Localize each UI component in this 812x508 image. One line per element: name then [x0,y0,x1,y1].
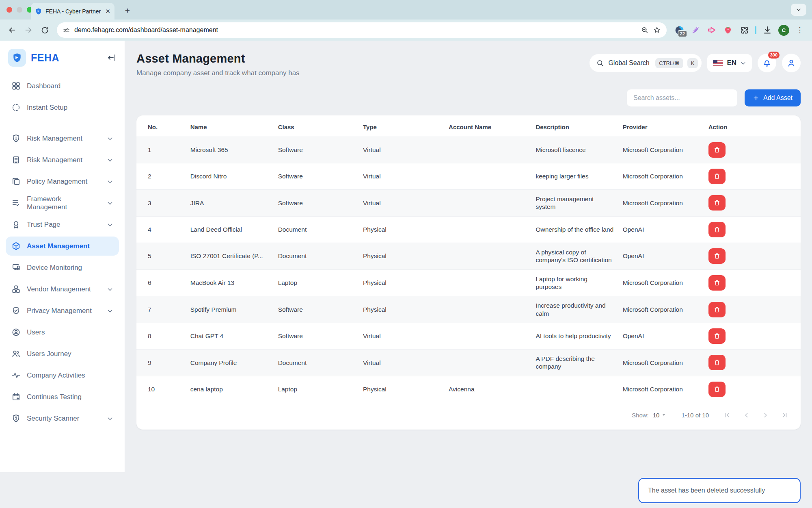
sidebar-item-dashboard[interactable]: Dashboard [6,76,119,96]
sidebar-item-instant-setup[interactable]: Instant Setup [6,98,119,117]
address-bar[interactable]: demo.fehagrc.com/dashboard/asset-managem… [57,22,667,38]
add-asset-button[interactable]: Add Asset [745,89,801,106]
delete-asset-button[interactable] [708,222,726,237]
table-row: 2Discord NitroSoftwareVirtualkeeping lar… [136,163,801,190]
user-circle-icon [11,328,21,337]
sidebar-item-vendor-management[interactable]: Vendor Management [6,280,119,299]
sidebar-collapse-icon[interactable] [107,53,117,63]
sidebar: FEHA DashboardInstant SetupRisk Manageme… [0,41,125,472]
sidebar-item-label: Company Activities [27,371,85,380]
cell-action [704,296,801,323]
sidebar-item-security-scanner[interactable]: Security Scanner [6,409,119,428]
cell-action [704,137,801,163]
sidebar-item-trust-page[interactable]: Trust Page [6,215,119,234]
page-header: Asset Management Manage company asset an… [136,52,801,77]
delete-asset-button[interactable] [708,142,726,158]
minimize-window-button[interactable] [17,7,22,13]
downloads-icon[interactable] [762,25,773,35]
table-header-row: No.NameClassTypeAccount NameDescriptionP… [136,115,801,137]
us-flag-icon [713,60,723,66]
zoom-out-icon[interactable] [641,26,649,34]
bell-icon [762,58,772,68]
cell-no: 8 [136,323,186,350]
table-row: 10cena laptopLaptopPhysicalAvicennaMicro… [136,376,801,402]
column-header: Description [531,115,618,137]
sidebar-item-risk-management[interactable]: Risk Management [6,129,119,148]
brand-row: FEHA [5,47,120,74]
browser-profile-avatar[interactable]: C [778,25,789,36]
column-header: Class [274,115,359,137]
notification-badge: 300 [768,52,780,59]
feather-extension-icon[interactable] [690,25,701,35]
browser-tab[interactable]: FEHA - Cyber Partner for Sec ✕ [31,3,114,20]
page-size-dropdown[interactable]: 10 [653,412,667,419]
sidebar-item-risk-management[interactable]: Risk Management [6,150,119,169]
cell-name: cena laptop [186,376,274,402]
arrow-extension-icon[interactable] [706,25,717,35]
cell-type: Physical [359,243,445,269]
forward-icon[interactable] [21,23,36,37]
sidebar-item-users-journey[interactable]: Users Journey [6,344,119,363]
table-row: 4Land Deed OfficialDocumentPhysicalOwner… [136,216,801,243]
first-page-icon[interactable] [723,411,731,419]
delete-asset-button[interactable] [708,382,726,397]
table-footer: Show: 10 1-10 of 10 [136,402,801,430]
cell-description: AI tools to help productivity [531,323,618,350]
cell-account-name [445,269,531,296]
notifications-button[interactable]: 300 [758,54,776,72]
chevron-down-icon [740,60,746,66]
tab-search-button[interactable] [791,4,806,16]
sidebar-item-asset-management[interactable]: Asset Management [6,237,119,256]
close-window-button[interactable] [6,7,12,13]
profile-button[interactable] [782,54,801,72]
delete-asset-button[interactable] [708,195,726,211]
pagination-range: 1-10 of 10 [681,412,709,419]
cell-action [704,269,801,296]
page-size-value: 10 [653,412,660,419]
sidebar-item-policy-management[interactable]: Policy Management [6,172,119,191]
sidebar-item-users[interactable]: Users [6,323,119,342]
browser-menu-icon[interactable]: ⋮ [795,26,805,35]
previous-page-icon[interactable] [743,411,750,419]
delete-asset-button[interactable] [708,328,726,344]
sidebar-item-label: Policy Management [27,178,87,186]
tab-title: FEHA - Cyber Partner for Sec [45,8,102,15]
global-search[interactable]: Global Search CTRL/⌘ K [590,54,702,72]
sidebar-item-framework-management[interactable]: Framework Management [6,193,119,213]
chevron-down-icon [107,286,113,293]
delete-asset-button[interactable] [708,302,726,317]
tab-close-icon[interactable]: ✕ [105,8,110,15]
search-assets-input[interactable] [627,89,737,106]
site-settings-icon[interactable] [63,26,70,34]
sidebar-item-privacy-management[interactable]: Privacy Management [6,301,119,320]
reload-icon[interactable] [37,23,52,37]
delete-asset-button[interactable] [708,169,726,184]
language-selector[interactable]: EN [707,54,752,72]
sidebar-item-company-activities[interactable]: Company Activities [6,366,119,385]
language-label: EN [727,59,736,67]
delete-asset-button[interactable] [708,248,726,264]
delete-asset-button[interactable] [708,275,726,291]
back-icon[interactable] [5,23,19,37]
sidebar-item-continues-testing[interactable]: Continues Testing [6,387,119,406]
sidebar-item-device-monitoring[interactable]: Device Monitoring [6,258,119,277]
sidebar-item-label: Risk Management [27,135,82,143]
strawberry-extension-icon[interactable] [723,25,733,35]
cell-type: Physical [359,269,445,296]
stats-extension-icon[interactable]: 22 [674,25,685,35]
toast-notification: The asset has been deleted successfully [638,478,801,503]
extensions-puzzle-icon[interactable] [739,25,749,35]
cell-no: 4 [136,216,186,243]
new-tab-button[interactable]: + [122,5,133,16]
next-page-icon[interactable] [762,411,769,419]
table-row: 6MacBook Air 13LaptopPhysicalLaptop for … [136,269,801,296]
cell-provider: Microsoft Corporation [619,376,704,402]
cell-class: Document [274,216,359,243]
bookmark-star-icon[interactable] [653,26,661,34]
sidebar-item-label: Continues Testing [27,393,82,401]
sidebar-item-label: Asset Management [27,242,90,250]
table-row: 3JIRASoftwareVirtualProject management s… [136,190,801,217]
delete-asset-button[interactable] [708,355,726,370]
policy-documents-icon [11,177,21,186]
last-page-icon[interactable] [781,411,788,419]
